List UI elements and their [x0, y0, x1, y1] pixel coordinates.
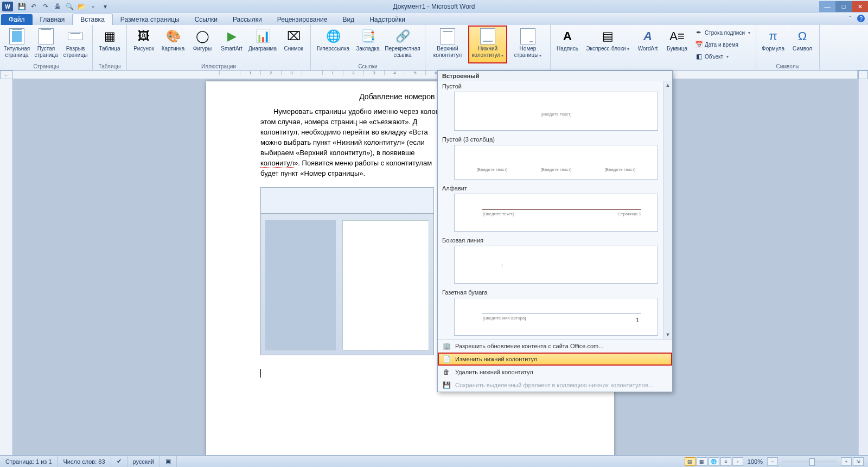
- ruler-toggle-button[interactable]: [858, 71, 868, 79]
- view-web-layout[interactable]: 🌐: [709, 457, 719, 466]
- qat-new-icon[interactable]: ▫: [89, 2, 98, 11]
- symbol-button[interactable]: ΩСимвол: [789, 26, 816, 63]
- qat-print-preview-icon[interactable]: 🔍: [65, 2, 74, 11]
- header-button[interactable]: Верхнийколонтитул: [429, 26, 467, 63]
- group-pages: Титульнаястраница Пустаястраница Разрывс…: [0, 25, 93, 70]
- view-outline[interactable]: ≡: [720, 457, 731, 466]
- group-links: 🌐Гиперссылка 📑Закладка 🔗Перекрестнаяссыл…: [311, 25, 425, 70]
- clipart-button[interactable]: 🎨Картинка: [159, 26, 187, 63]
- object-icon: ◧: [695, 53, 703, 60]
- gallery-item-alphabet[interactable]: [Введите текст]Страница 1: [454, 194, 658, 232]
- title-bar: W 💾 ↶ ↷ 🖶 🔍 📂 ▫ ▾ Документ1 - Microsoft …: [0, 0, 868, 13]
- wordart-icon: A: [639, 28, 656, 45]
- picture-icon: 🖼: [135, 28, 152, 45]
- help-icon[interactable]: ?: [857, 15, 865, 22]
- zoom-in-button[interactable]: +: [841, 457, 852, 466]
- blank-page-button[interactable]: Пустаястраница: [33, 26, 60, 63]
- status-word-count[interactable]: Число слов: 83: [58, 456, 111, 467]
- tab-home[interactable]: Главная: [33, 14, 73, 25]
- quick-parts-button[interactable]: ▤Экспресс-блоки▾: [583, 26, 632, 63]
- vertical-scrollbar[interactable]: [858, 79, 868, 455]
- object-button[interactable]: ◧Объект▾: [693, 51, 752, 62]
- menu-office-update[interactable]: 🏢Разрешить обновление контента с сайта O…: [438, 340, 672, 353]
- tab-review[interactable]: Рецензирование: [270, 14, 335, 25]
- gallery-scrollbar[interactable]: ▲ ▼: [663, 81, 672, 339]
- minimize-ribbon-icon[interactable]: ˇ: [846, 15, 854, 22]
- menu-remove-footer[interactable]: 🗑Удалить нижний колонтитул: [438, 366, 672, 379]
- status-page[interactable]: Страница: 1 из 1: [0, 456, 58, 467]
- dropcap-button[interactable]: A≡Буквица: [663, 26, 691, 63]
- menu-edit-footer[interactable]: 📄Изменить нижний колонтитул: [438, 353, 672, 366]
- horizontal-ruler[interactable]: 12312345678910111213141516: [13, 71, 857, 79]
- minimize-button[interactable]: —: [819, 1, 835, 12]
- ribbon-tabs: Файл Главная Вставка Разметка страницы С…: [0, 13, 868, 25]
- tab-view[interactable]: Вид: [335, 14, 362, 25]
- tab-page-layout[interactable]: Разметка страницы: [113, 14, 187, 25]
- crossref-button[interactable]: 🔗Перекрестнаяссылка: [384, 26, 422, 63]
- tab-references[interactable]: Ссылки: [187, 14, 225, 25]
- tab-insert[interactable]: Вставка: [72, 14, 113, 25]
- tab-file[interactable]: Файл: [1, 14, 33, 25]
- screenshot-button[interactable]: ⌧Снимок: [280, 26, 307, 63]
- view-print-layout[interactable]: ▤: [685, 457, 695, 466]
- smartart-button[interactable]: ▶SmartArt: [218, 26, 245, 63]
- status-language[interactable]: русский: [127, 456, 160, 467]
- view-full-screen[interactable]: ▦: [697, 457, 707, 466]
- status-proofing[interactable]: ✔: [111, 456, 127, 467]
- gallery-item-blank[interactable]: [Введите текст]: [454, 92, 658, 131]
- smartart-icon: ▶: [223, 28, 240, 45]
- gallery-item-newsprint[interactable]: [Введите имя автора]1: [454, 298, 658, 336]
- bookmark-icon: 📑: [359, 28, 376, 45]
- shapes-button[interactable]: ◯Фигуры: [189, 26, 216, 63]
- gallery-category: Пустой: [438, 81, 662, 91]
- page-break-button[interactable]: Разрывстраницы: [62, 26, 89, 63]
- view-draft[interactable]: ▫: [732, 457, 743, 466]
- status-macro[interactable]: ▣: [160, 456, 177, 467]
- signature-line-button[interactable]: ✒Строка подписи▾: [693, 27, 752, 38]
- qat-open-icon[interactable]: 📂: [77, 2, 86, 11]
- wordart-button[interactable]: AWordArt: [634, 26, 661, 63]
- gallery-category: Пустой (3 столбца): [438, 134, 662, 144]
- zoom-out-button[interactable]: −: [767, 457, 778, 466]
- zoom-level[interactable]: 100%: [748, 458, 763, 465]
- bookmark-button[interactable]: 📑Закладка: [354, 26, 381, 63]
- menu-save-selection: 💾Сохранить выделенный фрагмент в коллекц…: [438, 379, 672, 392]
- footer-button[interactable]: Нижнийколонтитул▾: [469, 26, 507, 63]
- tab-mailings[interactable]: Рассылки: [225, 14, 270, 25]
- qat-redo-icon[interactable]: ↷: [41, 2, 50, 11]
- scroll-down-icon[interactable]: ▼: [663, 330, 672, 339]
- gallery-item-blank-3col[interactable]: [Введите текст][Введите текст][Введите т…: [454, 145, 658, 180]
- hyperlink-button[interactable]: 🌐Гиперссылка: [314, 26, 352, 63]
- document-canvas[interactable]: Добавление номеров страни Нумеровать стр…: [13, 79, 857, 455]
- scroll-up-icon[interactable]: ▲: [663, 81, 672, 89]
- textbox-button[interactable]: AНадпись: [554, 26, 581, 63]
- date-time-button[interactable]: 📅Дата и время: [693, 39, 752, 50]
- office-icon: 🏢: [442, 342, 451, 350]
- ruler-corner[interactable]: ⌐: [0, 71, 13, 79]
- close-button[interactable]: ✕: [852, 1, 868, 12]
- cover-page-button[interactable]: Титульнаястраница: [3, 26, 30, 63]
- gallery-category: Боковая линия: [438, 235, 662, 245]
- maximize-button[interactable]: □: [835, 1, 852, 12]
- tab-addins[interactable]: Надстройки: [362, 14, 413, 25]
- qat-save-icon[interactable]: 💾: [17, 2, 26, 11]
- group-text: AНадпись ▤Экспресс-блоки▾ AWordArt A≡Бук…: [550, 25, 756, 70]
- picture-button[interactable]: 🖼Рисунок: [130, 26, 157, 63]
- gallery-item-sideline[interactable]: ·|: [454, 246, 658, 284]
- zoom-fit-button[interactable]: ⇲: [853, 457, 864, 466]
- qat-customize-icon[interactable]: ▾: [101, 2, 110, 11]
- qat-quick-print-icon[interactable]: 🖶: [53, 2, 62, 11]
- table-button[interactable]: ▦Таблица: [96, 26, 123, 63]
- group-symbols: πФормула ΩСимвол Символы: [756, 25, 820, 70]
- window-title: Документ1 - Microsoft Word: [393, 3, 475, 10]
- group-header-footer: Верхнийколонтитул Нижнийколонтитул▾ Номе…: [425, 25, 550, 70]
- qat-undo-icon[interactable]: ↶: [29, 2, 38, 11]
- chart-button[interactable]: 📊Диаграмма: [247, 26, 278, 63]
- vertical-ruler[interactable]: [0, 79, 13, 455]
- shapes-icon: ◯: [194, 28, 211, 45]
- zoom-slider[interactable]: [782, 460, 837, 463]
- textbox-icon: A: [559, 28, 576, 45]
- page-number-button[interactable]: Номерстраницы▾: [509, 26, 547, 63]
- ribbon: Титульнаястраница Пустаястраница Разрывс…: [0, 25, 868, 71]
- equation-button[interactable]: πФормула: [760, 26, 787, 63]
